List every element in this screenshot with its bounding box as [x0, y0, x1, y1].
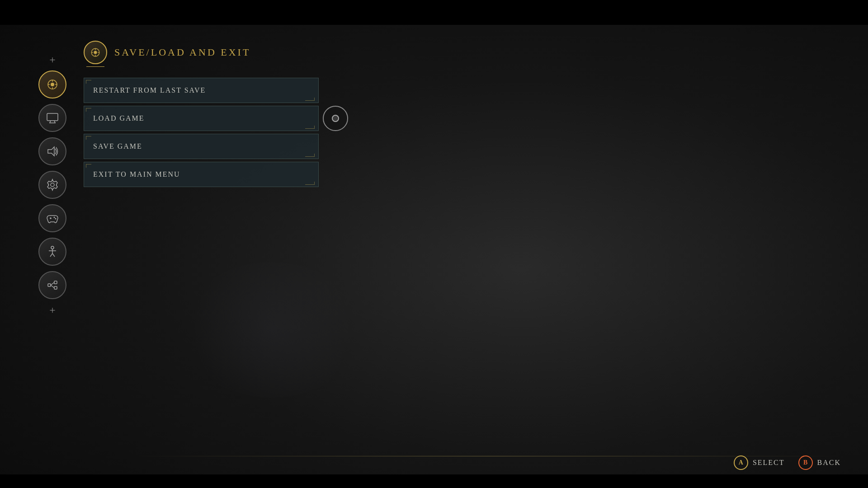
menu-item-label: EXIT TO MAIN MENU — [93, 170, 180, 178]
section-header: SAVE/LOAD AND EXIT — [84, 41, 319, 64]
svg-point-15 — [55, 218, 57, 220]
corner-ornament — [86, 164, 91, 168]
corner-ornament — [86, 136, 91, 140]
sidebar-item-settings[interactable] — [38, 171, 66, 199]
page-title: SAVE/LOAD AND EXIT — [114, 47, 250, 58]
b-button: B — [798, 455, 813, 470]
main-content: SAVE/LOAD AND EXIT RESTART FROM LAST SAV… — [84, 41, 319, 187]
selector-circle — [323, 106, 348, 131]
a-button: A — [734, 455, 748, 470]
hud-back-action: B BACK — [798, 455, 841, 470]
svg-rect-22 — [54, 281, 57, 284]
corner-ornament — [86, 108, 91, 112]
sidebar-item-audio[interactable] — [38, 137, 66, 165]
svg-point-27 — [94, 51, 97, 54]
svg-marker-10 — [48, 147, 54, 156]
sidebar-add-top[interactable]: + — [49, 54, 56, 65]
sidebar-item-display[interactable] — [38, 104, 66, 132]
hud-select-action: A SELECT — [734, 455, 785, 470]
menu-item-save[interactable]: SAVE GAME — [84, 134, 319, 159]
bottom-hud: A SELECT B BACK — [734, 455, 841, 470]
svg-point-16 — [51, 246, 54, 249]
menu-item-label: LOAD GAME — [93, 114, 145, 122]
svg-line-24 — [51, 282, 54, 285]
sidebar-item-save-load[interactable] — [38, 70, 66, 99]
sidebar-add-bottom[interactable]: + — [49, 305, 56, 315]
top-bar — [0, 0, 868, 25]
sidebar: + — [38, 54, 66, 315]
menu-item-restart[interactable]: RESTART FROM LAST SAVE — [84, 78, 319, 103]
menu-list: RESTART FROM LAST SAVE LOAD GAME SAVE GA… — [84, 78, 319, 187]
svg-rect-21 — [48, 284, 51, 286]
svg-rect-6 — [47, 113, 58, 121]
menu-item-label: SAVE GAME — [93, 142, 142, 150]
sidebar-item-network[interactable] — [38, 271, 66, 299]
bottom-bar — [0, 474, 868, 488]
svg-rect-23 — [54, 286, 57, 289]
select-label: SELECT — [753, 459, 785, 467]
svg-point-14 — [54, 217, 55, 218]
back-label: BACK — [817, 459, 841, 467]
menu-item-exit[interactable]: EXIT TO MAIN MENU — [84, 162, 319, 187]
corner-ornament — [86, 80, 91, 84]
sidebar-item-accessibility[interactable] — [38, 238, 66, 266]
svg-line-20 — [52, 253, 55, 257]
svg-point-11 — [51, 183, 54, 187]
sidebar-item-controller[interactable] — [38, 204, 66, 232]
menu-item-label: RESTART FROM LAST SAVE — [93, 86, 206, 94]
selector-inner — [332, 115, 339, 122]
section-icon — [84, 41, 107, 64]
menu-item-load[interactable]: LOAD GAME — [84, 106, 319, 131]
svg-point-1 — [51, 83, 54, 86]
svg-line-19 — [50, 253, 52, 257]
svg-line-25 — [51, 285, 54, 288]
